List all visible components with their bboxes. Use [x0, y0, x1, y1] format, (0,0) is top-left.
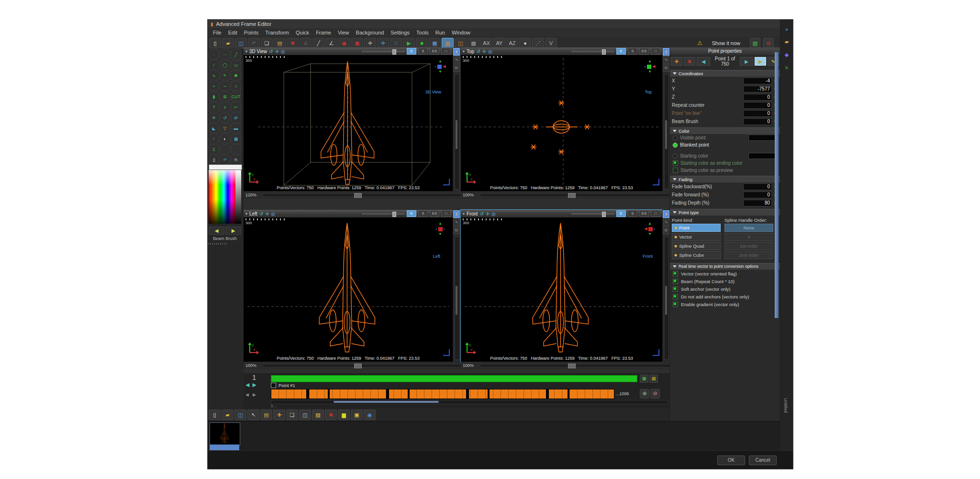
point-track-row[interactable]: Point #1	[271, 382, 295, 388]
starting-as-preview-checkbox[interactable]	[673, 168, 678, 173]
paste-frame-icon[interactable]: ▤	[260, 410, 272, 420]
document-tab-label[interactable]: Untitled	[783, 398, 788, 413]
rotate-icon[interactable]: ↺	[476, 49, 480, 54]
rotate-icon[interactable]: ↺	[479, 211, 483, 217]
new-frame-icon[interactable]: ▯	[209, 410, 221, 420]
mirror-tool[interactable]: ⇄	[231, 113, 241, 123]
orientation-gizmo[interactable]: ▲ ●◀ ▼	[641, 59, 658, 78]
maximize-button[interactable]: □	[651, 48, 660, 55]
viewport-front-header[interactable]: ▾ Front ↺ ✛ ◎ E S ES □	[461, 210, 662, 217]
move-point-icon[interactable]: ✛	[364, 38, 376, 48]
s-button[interactable]: S	[418, 48, 428, 55]
cancel-button[interactable]: Cancel	[749, 456, 777, 465]
empty[interactable]	[220, 144, 230, 154]
point-kind-button[interactable]: ◆Point	[672, 224, 721, 232]
viewport-top-hscroll[interactable]: 100%	[461, 191, 673, 199]
lock-z-icon[interactable]: AZ	[506, 38, 518, 48]
gallery-icon[interactable]: ▰	[780, 39, 793, 45]
viewport-slider[interactable]	[362, 213, 405, 215]
image-tool[interactable]: ▦	[231, 134, 241, 144]
handle-0-button[interactable]: 0	[724, 233, 773, 241]
grid-icon[interactable]: ▩	[468, 38, 479, 48]
vector-path-icon[interactable]: ⋰	[532, 38, 544, 48]
zoom-icon[interactable]: ◎	[488, 49, 492, 54]
orientation-gizmo[interactable]: ▲ ●● ▼	[432, 221, 449, 240]
coordinates-section-header[interactable]: Coordinates	[670, 70, 780, 77]
play-prev-button[interactable]: ◀	[245, 382, 249, 388]
s-button[interactable]: S	[418, 210, 428, 217]
orientation-gizmo[interactable]: ▲ ●◀ ▼	[432, 59, 449, 78]
palette-prev-button[interactable]: ◀	[209, 227, 224, 235]
starting-color-radio[interactable]	[673, 154, 678, 159]
new-file-icon[interactable]: ▯	[209, 38, 221, 48]
undo-tool[interactable]: ↶	[220, 155, 230, 165]
stop-icon[interactable]: ■	[416, 38, 428, 48]
viewport-3d-canvas[interactable]: 300 ▲ ●◀ ▼ 3D View YX Points/Vectors: 75…	[244, 55, 453, 191]
roller-tool[interactable]: ▬	[231, 123, 241, 133]
rotate-icon[interactable]: ↺	[269, 49, 273, 54]
viewport-left-hscroll[interactable]: 100%	[244, 362, 463, 369]
fading-section-header[interactable]: Fading	[670, 176, 780, 182]
display-monitor-icon[interactable]: ▦	[429, 38, 441, 48]
brush-tool[interactable]: ◣	[209, 123, 219, 133]
starting-as-ending-checkbox[interactable]	[673, 160, 678, 166]
viewport-slider[interactable]	[571, 51, 614, 52]
frame-thumbnail[interactable]	[210, 422, 240, 445]
starting-color-swatch[interactable]	[748, 153, 777, 159]
spray-tool[interactable]: ✱	[231, 70, 241, 80]
zoom-icon[interactable]: ◎	[491, 211, 496, 217]
pen-tool[interactable]: ∕	[209, 134, 219, 144]
page-tool[interactable]: ▯	[209, 155, 219, 165]
ok-button[interactable]: OK	[717, 456, 745, 465]
handle-1st-button[interactable]: 1st order	[724, 242, 773, 250]
duplicate-frame-icon[interactable]: ◫	[299, 410, 311, 420]
contrast-tool[interactable]: ◐	[220, 134, 230, 144]
record-icon[interactable]: ◉	[338, 38, 350, 48]
fill-bucket-tool[interactable]: ▽	[220, 123, 230, 133]
orientation-gizmo[interactable]: ▲ ◀● ▼	[641, 221, 658, 240]
segment-tool[interactable]: ∕	[209, 60, 219, 70]
pin-icon[interactable]: ●	[780, 26, 793, 32]
next-point-button[interactable]: ▶	[740, 57, 753, 66]
track-checkbox[interactable]	[271, 383, 276, 388]
es-button[interactable]: ES	[639, 48, 649, 55]
zoom-icon[interactable]: ◎	[281, 49, 285, 54]
maximize-button[interactable]: □	[651, 210, 660, 217]
copy-frame-icon[interactable]: ❏	[286, 410, 298, 420]
sigma-tool[interactable]: Σ	[209, 144, 219, 154]
knife-tool[interactable]: ≀	[231, 81, 241, 91]
frames-icon[interactable]: ▦	[640, 375, 648, 383]
viewport-3d-hscroll[interactable]: 120%	[244, 191, 463, 199]
delete-frame-icon[interactable]: ✖	[325, 410, 337, 420]
menu-item[interactable]: Window	[448, 29, 474, 36]
handle-none-button[interactable]: None	[724, 224, 773, 232]
record-stop-icon[interactable]: ▣	[351, 38, 363, 48]
open-frame-icon[interactable]: ▰	[222, 410, 234, 420]
point-type-section-header[interactable]: Point type	[670, 209, 780, 216]
curve-tool[interactable]: ≈	[209, 81, 219, 91]
s-button[interactable]: S	[628, 48, 637, 55]
viewport-3d-header[interactable]: ▾ 3D View ↺ ✛ ◎ E S ES □	[244, 47, 453, 55]
curve-edit-tool[interactable]: ∽	[220, 81, 230, 91]
pan-icon[interactable]: ✛	[275, 49, 278, 54]
zoom-icon[interactable]: ◎	[271, 211, 275, 217]
step-prev-button[interactable]: ◀	[245, 392, 249, 397]
e-button[interactable]: E	[407, 210, 416, 217]
handle-2nd-button[interactable]: 2nd order	[724, 251, 773, 259]
vector-kind-button[interactable]: ◆Vector	[672, 233, 721, 241]
note-frame-icon[interactable]: ▨	[312, 410, 324, 420]
display-frame-icon[interactable]: ▥	[442, 38, 454, 48]
menu-item[interactable]: Run	[432, 29, 448, 36]
es-button[interactable]: ES	[430, 48, 439, 55]
menu-item[interactable]: Edit	[225, 29, 241, 36]
viewport-front-canvas[interactable]: 300 ▲ ◀● ▼ Front YX Points/Vectors: 750 …	[461, 217, 662, 362]
viewport-top-header[interactable]: ▾ Top ↺ ✛ ◎ E S ES □	[461, 47, 662, 55]
option-checkbox[interactable]	[673, 271, 678, 276]
hatch-tool[interactable]: ≡	[220, 102, 230, 112]
add-point-button[interactable]: ✚	[671, 57, 682, 66]
menu-item[interactable]: File	[210, 29, 225, 36]
measure-tool[interactable]: ⊢	[231, 102, 241, 112]
empty[interactable]	[231, 144, 241, 154]
viewport-front-vscroll[interactable]: ▮ ∿ D	[662, 210, 669, 362]
e-button[interactable]: E	[616, 210, 626, 217]
